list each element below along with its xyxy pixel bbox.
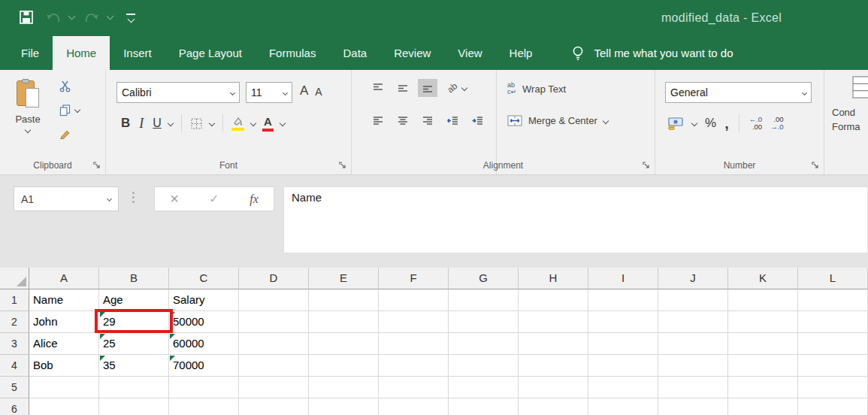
- cell-F1[interactable]: [379, 289, 449, 311]
- row-header-4[interactable]: 4: [0, 355, 29, 377]
- cell-L3[interactable]: [798, 333, 868, 355]
- cell-C5[interactable]: [169, 377, 239, 398]
- font-dialog-launcher-icon[interactable]: [338, 161, 347, 170]
- cell-B4[interactable]: 35: [99, 355, 169, 377]
- tab-view[interactable]: View: [444, 36, 495, 70]
- cell-B6[interactable]: [99, 398, 169, 415]
- cell-D1[interactable]: [239, 289, 309, 311]
- cell-J1[interactable]: [658, 289, 728, 311]
- tab-page-layout[interactable]: Page Layout: [165, 36, 256, 70]
- name-box[interactable]: A1: [14, 186, 119, 211]
- tab-data[interactable]: Data: [329, 36, 380, 70]
- underline-dropdown-icon[interactable]: [168, 120, 174, 126]
- tab-help[interactable]: Help: [496, 36, 546, 70]
- clipboard-dialog-launcher-icon[interactable]: [92, 161, 101, 170]
- cell-D5[interactable]: [239, 377, 309, 398]
- number-format-combo[interactable]: General: [665, 82, 812, 103]
- cell-J4[interactable]: [658, 355, 728, 377]
- cell-G6[interactable]: [449, 398, 519, 415]
- cell-F5[interactable]: [379, 377, 449, 398]
- cell-J6[interactable]: [658, 398, 728, 415]
- customize-quick-access-icon[interactable]: [126, 14, 135, 22]
- cell-F4[interactable]: [379, 355, 449, 377]
- increase-indent-button[interactable]: [467, 112, 487, 130]
- column-header-D[interactable]: D: [239, 268, 309, 289]
- font-name-combo[interactable]: Calibri: [116, 82, 240, 103]
- cell-B1[interactable]: Age: [99, 289, 169, 311]
- cell-I1[interactable]: [588, 289, 658, 311]
- insert-function-icon[interactable]: fx: [250, 192, 259, 206]
- column-header-B[interactable]: B: [99, 268, 169, 289]
- cell-J3[interactable]: [658, 333, 728, 355]
- cell-A4[interactable]: Bob: [29, 355, 99, 377]
- cell-A1[interactable]: Name: [29, 289, 99, 311]
- column-header-F[interactable]: F: [379, 268, 449, 289]
- cell-K3[interactable]: [728, 333, 798, 355]
- cell-K4[interactable]: [728, 355, 798, 377]
- row-header-3[interactable]: 3: [0, 333, 29, 355]
- cell-G2[interactable]: [449, 311, 519, 333]
- cell-C3[interactable]: 60000: [169, 333, 239, 355]
- cell-J5[interactable]: [658, 377, 728, 398]
- cell-D2[interactable]: [239, 311, 309, 333]
- cell-A6[interactable]: [29, 398, 99, 415]
- cell-B3[interactable]: 25: [99, 333, 169, 355]
- cell-F3[interactable]: [379, 333, 449, 355]
- cell-B2[interactable]: 29: [99, 311, 169, 333]
- cell-G1[interactable]: [449, 289, 519, 311]
- format-painter-button[interactable]: [59, 127, 80, 141]
- cell-K2[interactable]: [728, 311, 798, 333]
- column-header-G[interactable]: G: [449, 268, 519, 289]
- cell-C2[interactable]: 50000: [169, 311, 239, 333]
- underline-button[interactable]: U: [153, 117, 162, 130]
- middle-align-button[interactable]: [393, 79, 413, 97]
- column-header-E[interactable]: E: [309, 268, 379, 289]
- cell-L2[interactable]: [798, 311, 868, 333]
- wrap-text-button[interactable]: ab c↵ Wrap Text: [507, 82, 566, 95]
- cell-G5[interactable]: [449, 377, 519, 398]
- copy-button[interactable]: [59, 103, 80, 117]
- cell-H6[interactable]: [519, 398, 588, 415]
- cell-C6[interactable]: [169, 398, 239, 415]
- cell-E5[interactable]: [309, 377, 379, 398]
- cell-E4[interactable]: [309, 355, 379, 377]
- tab-home[interactable]: Home: [53, 36, 110, 70]
- row-header-1[interactable]: 1: [0, 289, 29, 311]
- cell-I2[interactable]: [588, 311, 658, 333]
- cell-E1[interactable]: [309, 289, 379, 311]
- cell-D3[interactable]: [239, 333, 309, 355]
- cell-H3[interactable]: [519, 333, 588, 355]
- name-box-dropdown-icon[interactable]: [107, 196, 112, 201]
- merge-center-dropdown-icon[interactable]: [603, 117, 609, 123]
- cell-A3[interactable]: Alice: [29, 333, 99, 355]
- italic-button[interactable]: I: [137, 116, 146, 132]
- cell-H2[interactable]: [519, 311, 588, 333]
- font-color-button[interactable]: A: [262, 116, 274, 132]
- undo-dropdown-icon[interactable]: [68, 13, 76, 20]
- row-header-2[interactable]: 2: [0, 311, 29, 333]
- orientation-button[interactable]: ab: [445, 80, 459, 95]
- increase-font-size-button[interactable]: A: [300, 83, 308, 98]
- cell-C4[interactable]: 70000: [169, 355, 239, 377]
- cell-L4[interactable]: [798, 355, 868, 377]
- cut-button[interactable]: [59, 79, 80, 92]
- cell-B5[interactable]: [99, 377, 169, 398]
- merge-center-button[interactable]: Merge & Center: [507, 115, 608, 126]
- font-color-dropdown-icon[interactable]: [280, 120, 286, 126]
- cell-L5[interactable]: [798, 377, 868, 398]
- decrease-font-size-button[interactable]: A: [315, 86, 322, 98]
- increase-decimal-button[interactable]: ←.0 .00: [749, 116, 762, 132]
- save-icon[interactable]: [17, 6, 36, 29]
- conditional-formatting-button[interactable]: Cond Forma: [832, 76, 868, 134]
- select-all-button[interactable]: [0, 268, 29, 289]
- percent-style-button[interactable]: %: [705, 116, 716, 131]
- bold-button[interactable]: B: [121, 116, 130, 131]
- cancel-icon[interactable]: ×: [170, 190, 179, 208]
- accounting-format-dropdown-icon[interactable]: [691, 120, 697, 126]
- undo-icon[interactable]: [44, 6, 63, 29]
- redo-icon[interactable]: [82, 6, 101, 29]
- align-center-button[interactable]: [393, 112, 413, 130]
- cell-L6[interactable]: [798, 398, 868, 415]
- paste-button[interactable]: Paste: [8, 77, 48, 154]
- cell-I4[interactable]: [588, 355, 658, 377]
